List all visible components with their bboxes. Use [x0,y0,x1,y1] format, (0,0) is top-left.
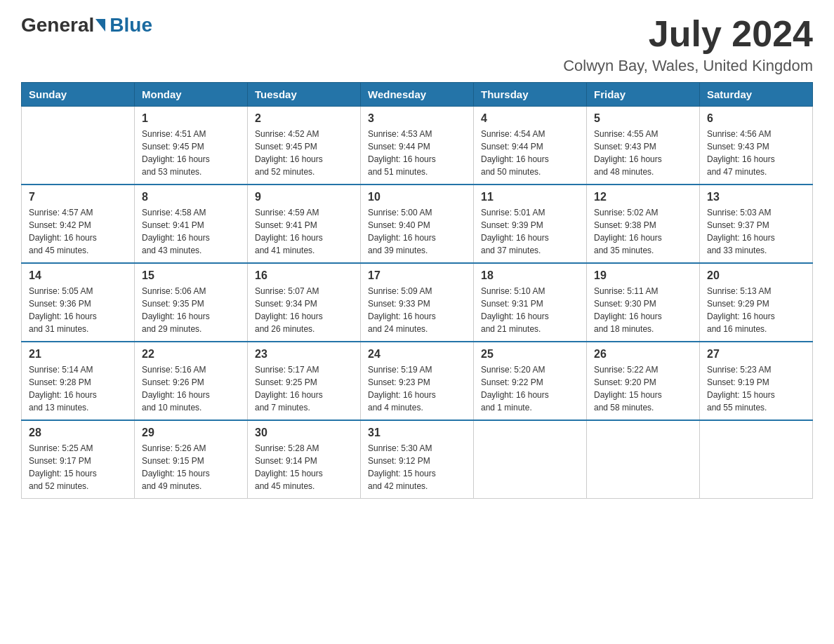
calendar-cell [700,420,813,499]
day-info: Sunrise: 5:03 AM Sunset: 9:37 PM Dayligh… [707,206,805,257]
calendar-cell: 2Sunrise: 4:52 AM Sunset: 9:45 PM Daylig… [248,107,361,185]
day-info: Sunrise: 5:26 AM Sunset: 9:15 PM Dayligh… [142,442,240,492]
calendar-cell: 20Sunrise: 5:13 AM Sunset: 9:29 PM Dayli… [700,263,813,342]
weekday-header-sunday: Sunday [22,83,135,107]
day-info: Sunrise: 4:58 AM Sunset: 9:41 PM Dayligh… [142,206,240,257]
day-info: Sunrise: 5:09 AM Sunset: 9:33 PM Dayligh… [368,285,466,335]
calendar-week-row: 21Sunrise: 5:14 AM Sunset: 9:28 PM Dayli… [22,342,813,420]
day-number: 21 [29,348,127,361]
logo: General Blue [21,14,152,36]
calendar-cell: 6Sunrise: 4:56 AM Sunset: 9:43 PM Daylig… [700,107,813,185]
day-number: 19 [594,269,692,282]
day-number: 8 [142,191,240,203]
day-info: Sunrise: 4:54 AM Sunset: 9:44 PM Dayligh… [481,128,579,178]
day-info: Sunrise: 5:13 AM Sunset: 9:29 PM Dayligh… [707,285,805,335]
calendar-cell [587,420,700,499]
calendar-cell: 11Sunrise: 5:01 AM Sunset: 9:39 PM Dayli… [474,185,587,263]
month-title: July 2024 [563,14,813,54]
day-number: 23 [255,348,353,361]
location: Colwyn Bay, Wales, United Kingdom [563,57,813,75]
calendar-cell: 18Sunrise: 5:10 AM Sunset: 9:31 PM Dayli… [474,263,587,342]
day-number: 10 [368,191,466,203]
logo-arrow-icon [95,19,105,32]
day-number: 14 [29,269,127,282]
calendar-cell: 25Sunrise: 5:20 AM Sunset: 9:22 PM Dayli… [474,342,587,420]
day-info: Sunrise: 5:28 AM Sunset: 9:14 PM Dayligh… [255,442,353,492]
day-info: Sunrise: 5:06 AM Sunset: 9:35 PM Dayligh… [142,285,240,335]
day-info: Sunrise: 4:57 AM Sunset: 9:42 PM Dayligh… [29,206,127,257]
day-info: Sunrise: 5:11 AM Sunset: 9:30 PM Dayligh… [594,285,692,335]
day-number: 16 [255,269,353,282]
day-info: Sunrise: 5:25 AM Sunset: 9:17 PM Dayligh… [29,442,127,492]
title-block: July 2024 Colwyn Bay, Wales, United King… [563,14,813,75]
calendar-cell: 13Sunrise: 5:03 AM Sunset: 9:37 PM Dayli… [700,185,813,263]
day-number: 20 [707,269,805,282]
day-number: 18 [481,269,579,282]
day-number: 5 [594,112,692,125]
calendar-cell: 15Sunrise: 5:06 AM Sunset: 9:35 PM Dayli… [135,263,248,342]
day-number: 30 [255,427,353,439]
calendar-cell: 22Sunrise: 5:16 AM Sunset: 9:26 PM Dayli… [135,342,248,420]
calendar-week-row: 1Sunrise: 4:51 AM Sunset: 9:45 PM Daylig… [22,107,813,185]
calendar-cell: 29Sunrise: 5:26 AM Sunset: 9:15 PM Dayli… [135,420,248,499]
weekday-header-friday: Friday [587,83,700,107]
day-number: 24 [368,348,466,361]
day-number: 27 [707,348,805,361]
calendar-cell: 12Sunrise: 5:02 AM Sunset: 9:38 PM Dayli… [587,185,700,263]
calendar-cell: 4Sunrise: 4:54 AM Sunset: 9:44 PM Daylig… [474,107,587,185]
calendar-week-row: 28Sunrise: 5:25 AM Sunset: 9:17 PM Dayli… [22,420,813,499]
day-info: Sunrise: 5:16 AM Sunset: 9:26 PM Dayligh… [142,363,240,414]
calendar-cell: 23Sunrise: 5:17 AM Sunset: 9:25 PM Dayli… [248,342,361,420]
day-number: 31 [368,427,466,439]
calendar-cell: 5Sunrise: 4:55 AM Sunset: 9:43 PM Daylig… [587,107,700,185]
weekday-header-saturday: Saturday [700,83,813,107]
day-info: Sunrise: 5:02 AM Sunset: 9:38 PM Dayligh… [594,206,692,257]
calendar-cell: 16Sunrise: 5:07 AM Sunset: 9:34 PM Dayli… [248,263,361,342]
weekday-header-tuesday: Tuesday [248,83,361,107]
day-number: 28 [29,427,127,439]
calendar-body: 1Sunrise: 4:51 AM Sunset: 9:45 PM Daylig… [22,107,813,499]
day-info: Sunrise: 5:23 AM Sunset: 9:19 PM Dayligh… [707,363,805,414]
calendar-cell: 28Sunrise: 5:25 AM Sunset: 9:17 PM Dayli… [22,420,135,499]
weekday-header-row: SundayMondayTuesdayWednesdayThursdayFrid… [22,83,813,107]
day-info: Sunrise: 5:14 AM Sunset: 9:28 PM Dayligh… [29,363,127,414]
calendar-cell [474,420,587,499]
day-info: Sunrise: 4:52 AM Sunset: 9:45 PM Dayligh… [255,128,353,178]
day-number: 6 [707,112,805,125]
calendar-cell: 3Sunrise: 4:53 AM Sunset: 9:44 PM Daylig… [361,107,474,185]
day-info: Sunrise: 4:59 AM Sunset: 9:41 PM Dayligh… [255,206,353,257]
day-number: 25 [481,348,579,361]
day-number: 17 [368,269,466,282]
day-info: Sunrise: 4:55 AM Sunset: 9:43 PM Dayligh… [594,128,692,178]
day-info: Sunrise: 5:01 AM Sunset: 9:39 PM Dayligh… [481,206,579,257]
calendar-cell: 21Sunrise: 5:14 AM Sunset: 9:28 PM Dayli… [22,342,135,420]
calendar-cell: 9Sunrise: 4:59 AM Sunset: 9:41 PM Daylig… [248,185,361,263]
day-info: Sunrise: 5:19 AM Sunset: 9:23 PM Dayligh… [368,363,466,414]
day-number: 1 [142,112,240,125]
day-number: 7 [29,191,127,203]
calendar-cell: 17Sunrise: 5:09 AM Sunset: 9:33 PM Dayli… [361,263,474,342]
calendar-header: SundayMondayTuesdayWednesdayThursdayFrid… [22,83,813,107]
calendar-cell: 26Sunrise: 5:22 AM Sunset: 9:20 PM Dayli… [587,342,700,420]
day-info: Sunrise: 5:05 AM Sunset: 9:36 PM Dayligh… [29,285,127,335]
day-info: Sunrise: 5:30 AM Sunset: 9:12 PM Dayligh… [368,442,466,492]
calendar-cell: 30Sunrise: 5:28 AM Sunset: 9:14 PM Dayli… [248,420,361,499]
day-number: 4 [481,112,579,125]
day-info: Sunrise: 4:53 AM Sunset: 9:44 PM Dayligh… [368,128,466,178]
day-number: 12 [594,191,692,203]
weekday-header-wednesday: Wednesday [361,83,474,107]
day-info: Sunrise: 5:17 AM Sunset: 9:25 PM Dayligh… [255,363,353,414]
day-info: Sunrise: 4:51 AM Sunset: 9:45 PM Dayligh… [142,128,240,178]
day-info: Sunrise: 5:00 AM Sunset: 9:40 PM Dayligh… [368,206,466,257]
day-info: Sunrise: 4:56 AM Sunset: 9:43 PM Dayligh… [707,128,805,178]
calendar-week-row: 14Sunrise: 5:05 AM Sunset: 9:36 PM Dayli… [22,263,813,342]
day-number: 9 [255,191,353,203]
day-number: 15 [142,269,240,282]
day-number: 26 [594,348,692,361]
calendar-cell: 27Sunrise: 5:23 AM Sunset: 9:19 PM Dayli… [700,342,813,420]
calendar-week-row: 7Sunrise: 4:57 AM Sunset: 9:42 PM Daylig… [22,185,813,263]
day-number: 3 [368,112,466,125]
logo-blue-text: Blue [110,14,152,36]
weekday-header-monday: Monday [135,83,248,107]
calendar-cell: 31Sunrise: 5:30 AM Sunset: 9:12 PM Dayli… [361,420,474,499]
